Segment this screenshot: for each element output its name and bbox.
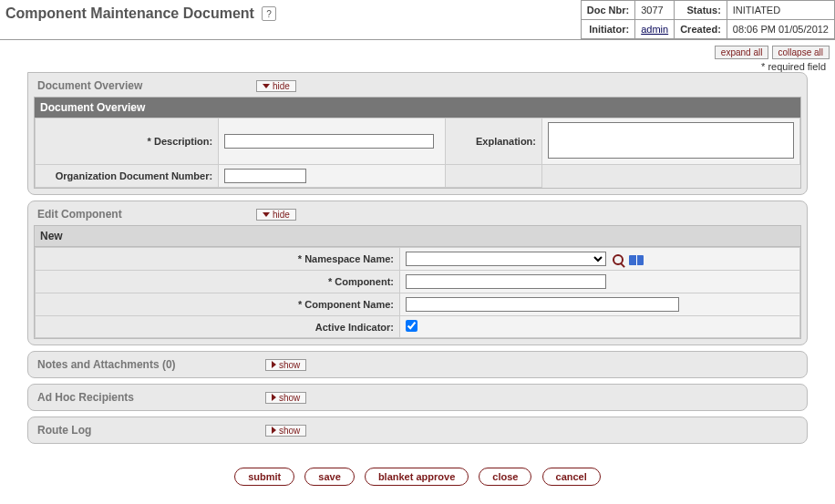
hide-button-edit-component[interactable]: hide	[256, 209, 296, 221]
org-doc-number-input[interactable]	[224, 169, 306, 183]
collapse-all-button[interactable]: collapse all	[772, 46, 830, 59]
close-button[interactable]: close	[479, 468, 531, 486]
explanation-label: Explanation:	[446, 118, 542, 165]
description-label: * Description:	[36, 118, 219, 165]
show-button-adhoc[interactable]: show	[265, 392, 306, 404]
component-input[interactable]	[406, 274, 606, 289]
namespace-name-select[interactable]	[406, 252, 606, 266]
search-icon[interactable]	[613, 254, 624, 265]
blanket-approve-button[interactable]: blanket approve	[365, 468, 469, 486]
section-title-adhoc: Ad Hoc Recipients	[37, 391, 265, 404]
section-title-edit-component: Edit Component	[37, 208, 256, 221]
component-label: * Component:	[36, 271, 400, 293]
doc-info-table: Doc Nbr: 3077 Status: INITIATED Initiato…	[581, 0, 835, 39]
hide-button-document-overview[interactable]: hide	[256, 80, 296, 92]
active-indicator-checkbox[interactable]	[406, 320, 418, 332]
book-icon[interactable]	[629, 255, 644, 265]
show-button-routelog[interactable]: show	[265, 425, 306, 437]
expand-all-button[interactable]: expand all	[715, 46, 769, 59]
description-input[interactable]	[224, 134, 434, 149]
doc-nbr-label: Doc Nbr:	[581, 1, 634, 20]
section-title-notes: Notes and Attachments (0)	[37, 358, 265, 371]
component-name-input[interactable]	[406, 297, 679, 312]
initiator-label: Initiator:	[581, 20, 634, 39]
initiator-link[interactable]: admin	[641, 24, 668, 35]
chevron-right-icon	[272, 427, 276, 434]
section-route-log: Route Log show	[27, 417, 808, 444]
chevron-right-icon	[272, 394, 276, 401]
panel-title-new: New	[35, 226, 800, 247]
section-title-routelog: Route Log	[37, 424, 265, 437]
chevron-down-icon	[263, 84, 270, 88]
section-document-overview: Document Overview hide Document Overview…	[27, 72, 808, 195]
section-title-document-overview: Document Overview	[37, 79, 256, 92]
chevron-down-icon	[263, 212, 270, 217]
doc-nbr-value: 3077	[635, 1, 675, 20]
namespace-name-label: * Namespace Name:	[36, 248, 400, 271]
show-button-notes[interactable]: show	[265, 359, 306, 371]
section-edit-component: Edit Component hide New * Namespace Name…	[27, 201, 808, 345]
section-adhoc-recipients: Ad Hoc Recipients show	[27, 384, 808, 411]
active-indicator-label: Active Indicator:	[36, 316, 400, 338]
cancel-button[interactable]: cancel	[542, 468, 601, 486]
created-value: 08:06 PM 01/05/2012	[727, 20, 834, 39]
status-label: Status:	[675, 1, 727, 20]
save-button[interactable]: save	[304, 468, 354, 486]
submit-button[interactable]: submit	[234, 468, 294, 486]
status-value: INITIATED	[727, 1, 834, 20]
action-row: submit save blanket approve close cancel	[0, 453, 835, 500]
explanation-textarea[interactable]	[548, 122, 794, 159]
page-title: Component Maintenance Document	[5, 5, 254, 22]
component-name-label: * Component Name:	[36, 293, 400, 316]
section-notes-attachments: Notes and Attachments (0) show	[27, 351, 808, 378]
help-icon[interactable]: ?	[262, 6, 276, 21]
required-field-note: * required field	[0, 61, 835, 72]
page-header: Component Maintenance Document ? Doc Nbr…	[0, 0, 835, 40]
created-label: Created:	[675, 20, 727, 39]
org-doc-number-label: Organization Document Number:	[36, 165, 219, 188]
panel-title-document-overview: Document Overview	[35, 98, 800, 118]
chevron-right-icon	[272, 361, 276, 368]
